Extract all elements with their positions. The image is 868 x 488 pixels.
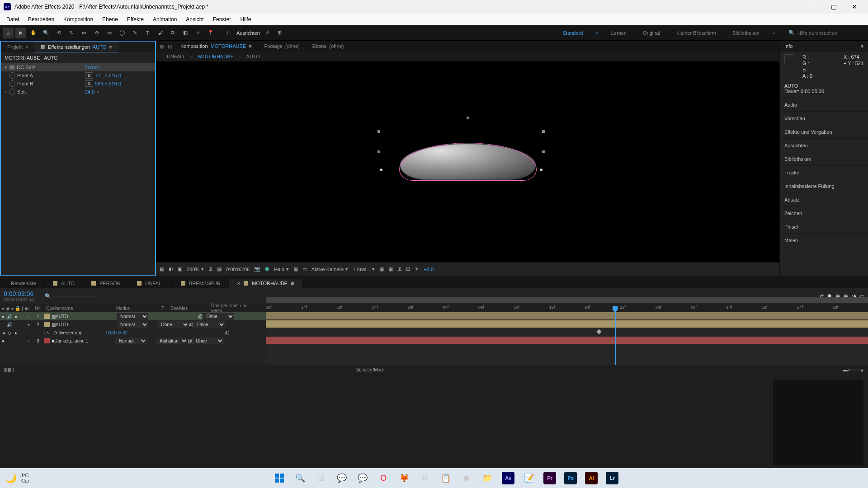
solo-toggle[interactable]: ● bbox=[13, 314, 19, 319]
effect-point-handle[interactable] bbox=[380, 169, 382, 171]
viewer-tab-ebene[interactable]: Ebene (ohne) bbox=[308, 43, 349, 49]
transform-handle[interactable] bbox=[542, 150, 545, 153]
layer-row[interactable]: 🔊 ▾ 2 ▧ AUTO Normal Ohne @ Ohne bbox=[0, 320, 266, 328]
view-opt3-icon[interactable]: ⊞ bbox=[397, 266, 401, 272]
twirl-icon[interactable]: ▾ bbox=[3, 65, 9, 70]
snap-opt2[interactable]: ⊞ bbox=[274, 28, 285, 38]
channel-icon[interactable]: ◐ bbox=[169, 266, 173, 272]
panel-bibliotheken[interactable]: Bibliotheken bbox=[780, 152, 868, 165]
viewer-tab-footage[interactable]: Footage (ohne) bbox=[260, 43, 304, 49]
lock-icon[interactable]: ▦ bbox=[160, 43, 164, 49]
taskbar-app-teams[interactable]: 💬 bbox=[333, 469, 350, 487]
anchor-tool[interactable]: ⊕ bbox=[91, 28, 102, 38]
work-area-bar[interactable] bbox=[266, 297, 868, 303]
twirl-icon[interactable]: ▾ bbox=[25, 322, 32, 327]
parent-pickwhip[interactable]: @ bbox=[198, 314, 203, 319]
orbit-tool[interactable]: ⟲ bbox=[53, 28, 64, 38]
view-opt2-icon[interactable]: ▦ bbox=[388, 266, 393, 272]
view-opt4-icon[interactable]: ⊡ bbox=[406, 266, 410, 272]
help-search-input[interactable] bbox=[797, 30, 861, 36]
param-value[interactable]: 24,0 bbox=[85, 89, 94, 94]
minimize-button[interactable]: ─ bbox=[803, 0, 824, 14]
breadcrumb-item[interactable]: AUTO bbox=[246, 54, 260, 59]
breadcrumb-item[interactable]: MOTORHAUBE bbox=[198, 54, 234, 59]
parent-pickwhip[interactable]: @ bbox=[189, 322, 193, 327]
taskbar-app-lightroom[interactable]: Lr bbox=[604, 469, 621, 487]
shape-ellipse-tool[interactable]: ◯ bbox=[117, 28, 127, 38]
zoom-out-icon[interactable]: ▬ bbox=[843, 367, 848, 372]
tl-footer-icon1[interactable]: ⊞ bbox=[4, 367, 7, 372]
workspace-standard[interactable]: Standard bbox=[559, 30, 587, 36]
next-keyframe-icon[interactable]: ▸ bbox=[13, 330, 19, 335]
tl-tab-unfall[interactable]: UNFALL bbox=[129, 279, 173, 288]
viewer-tab-komposition[interactable]: Komposition MOTORHAUBE ≡ bbox=[176, 43, 256, 49]
layer-row[interactable]: ● 🔊 ● › 1 ▧ AUTO Normal @ Ohne bbox=[0, 312, 266, 320]
panel-pinsel[interactable]: Pinsel bbox=[780, 220, 868, 233]
property-value[interactable]: 0:00:03:02 bbox=[106, 330, 127, 335]
taskbar-app-illustrator[interactable]: Ai bbox=[583, 469, 600, 487]
param-value[interactable]: 771,5,615,0 bbox=[95, 73, 121, 78]
menu-bearbeiten[interactable]: Bearbeiten bbox=[24, 14, 59, 24]
selection-tool[interactable]: ▶ bbox=[15, 28, 26, 38]
parent-dropdown[interactable]: Ohne bbox=[192, 338, 224, 344]
trkmat-dropdown[interactable]: Ohne bbox=[157, 321, 189, 328]
trkmat-dropdown[interactable]: Alphakanal bbox=[156, 338, 188, 344]
snap-opt1[interactable]: ↗ bbox=[262, 28, 273, 38]
panel-menu-icon[interactable]: ≡ bbox=[291, 281, 294, 286]
prev-keyframe-icon[interactable]: ◂ bbox=[0, 330, 6, 335]
layer-row[interactable]: ● › 3 ■ Dunkelg...äche 1 Normal Alphakan… bbox=[0, 337, 266, 345]
grid-icon[interactable]: ▦ bbox=[217, 266, 222, 272]
zoom-tool[interactable]: 🔍 bbox=[41, 28, 52, 38]
property-row[interactable]: ◂ ◇ ▸ ⌊∿ Zeitverzerrung 0:00:03:02 @ bbox=[0, 328, 266, 337]
graph-icon[interactable]: ⌊∿ bbox=[44, 330, 50, 335]
search-button[interactable]: 🔍 bbox=[292, 469, 309, 487]
panel-menu-icon[interactable]: ≡ bbox=[249, 43, 251, 49]
audio-toggle[interactable]: 🔊 bbox=[6, 322, 13, 327]
parent-dropdown[interactable]: Ohne bbox=[193, 321, 225, 328]
mask-icon[interactable]: ▣ bbox=[178, 266, 182, 272]
tl-tab-bremsspur[interactable]: BREMSSPUR bbox=[173, 279, 229, 288]
panel-effekte[interactable]: Effekte und Vorgaben bbox=[780, 125, 868, 138]
layer-color-swatch[interactable] bbox=[44, 338, 50, 343]
start-button[interactable] bbox=[271, 469, 288, 487]
taskbar-app-notepad[interactable]: 📝 bbox=[520, 469, 538, 487]
taskbar-app-aftereffects[interactable]: Ae bbox=[500, 469, 517, 487]
menu-komposition[interactable]: Komposition bbox=[59, 14, 98, 24]
zoom-dropdown[interactable]: 200% ▾ bbox=[187, 266, 204, 272]
layer-bar[interactable] bbox=[266, 312, 868, 319]
fx-badge[interactable]: fx bbox=[9, 65, 15, 70]
current-time-display[interactable]: 0:00:03:06 bbox=[226, 267, 250, 272]
taskbar-app-photoshop[interactable]: Ps bbox=[562, 469, 579, 487]
close-icon[interactable]: × bbox=[25, 45, 28, 50]
panel-malen[interactable]: Malen bbox=[780, 233, 868, 247]
twirl-icon[interactable]: › bbox=[25, 314, 32, 319]
workspace-overflow-icon[interactable]: » bbox=[772, 30, 775, 36]
transform-handle[interactable] bbox=[377, 130, 380, 133]
parent-pickwhip[interactable]: @ bbox=[188, 338, 192, 343]
panel-menu-icon[interactable]: ≡ bbox=[861, 43, 863, 49]
rotate-tool[interactable]: ↻ bbox=[66, 28, 77, 38]
tl-footer-icon2[interactable]: ▦ bbox=[7, 367, 11, 372]
snapshot-icon[interactable]: 📷 bbox=[254, 266, 260, 272]
breadcrumb-item[interactable]: UNFALL bbox=[167, 54, 186, 59]
visibility-toggle[interactable]: ● bbox=[0, 314, 6, 319]
mask-path[interactable] bbox=[399, 143, 537, 181]
time-ruler[interactable]: 09f14f19f24f29f04f09f14f19f24f29f04f09f1… bbox=[266, 304, 868, 312]
menu-animation[interactable]: Animation bbox=[148, 14, 181, 24]
taskbar-app-whatsapp[interactable]: 💬 bbox=[354, 469, 371, 487]
twirl-icon[interactable]: › bbox=[3, 89, 9, 94]
blend-mode-dropdown[interactable]: Normal bbox=[117, 321, 148, 328]
current-time[interactable]: 0:00:03:06 bbox=[4, 290, 36, 297]
layer-bar[interactable] bbox=[266, 320, 868, 328]
puppet-tool[interactable]: 📍 bbox=[205, 28, 216, 38]
taskbar-app-opera[interactable]: O bbox=[375, 469, 392, 487]
layer-bar[interactable] bbox=[266, 337, 868, 344]
search-icon[interactable]: 🔍 bbox=[45, 293, 51, 299]
camera-tool[interactable]: ▭ bbox=[79, 28, 90, 38]
effect-controls-tab[interactable]: ▦ Effekteinstellungen AUTO ≡ bbox=[34, 42, 118, 52]
weather-widget[interactable]: 🌙 3°C Klar bbox=[5, 473, 29, 483]
tl-tab-person[interactable]: PERSON bbox=[83, 279, 129, 288]
blend-mode-dropdown[interactable]: Normal bbox=[115, 338, 147, 344]
param-value[interactable]: 999,5,616,0 bbox=[95, 81, 121, 86]
tl-tab-renderliste[interactable]: Renderliste bbox=[3, 279, 45, 288]
